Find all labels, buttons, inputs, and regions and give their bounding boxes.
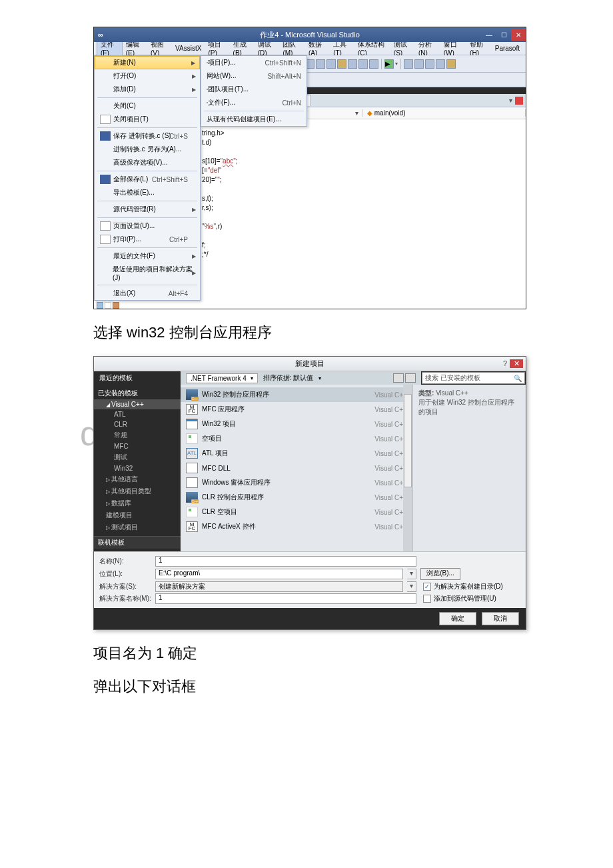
- file-menu-item[interactable]: 保存 进制转换.c (S)Ctrl+S: [95, 129, 200, 143]
- source-control-checkbox[interactable]: 添加到源代码管理(U): [423, 594, 520, 603]
- tree-other-lang[interactable]: ▷其他语言: [94, 473, 181, 485]
- recent-templates-label[interactable]: 最近的模板: [94, 371, 181, 385]
- new-submenu-item[interactable]: 团队项目(T)...: [201, 83, 306, 96]
- location-input[interactable]: E:\C program\: [155, 569, 403, 579]
- minimize-icon[interactable]: —: [482, 29, 496, 41]
- file-menu-item[interactable]: 最近使用的项目和解决方案(J)▶: [95, 263, 200, 283]
- file-menu-item[interactable]: 新建(N)▶: [95, 56, 200, 69]
- file-menu-item[interactable]: 打印(P)...Ctrl+P: [95, 233, 200, 246]
- create-directory-checkbox[interactable]: ✓ 为解决方案创建目录(D): [423, 582, 520, 591]
- template-row[interactable]: 空项目Visual C++: [181, 431, 412, 446]
- start-debug-icon[interactable]: ▶: [384, 59, 394, 69]
- template-lang: Visual C++: [354, 465, 407, 472]
- blank-icon: [100, 71, 111, 81]
- toolbar-icon-5[interactable]: [348, 59, 357, 69]
- view-list-icon[interactable]: [405, 373, 416, 383]
- tree-sub-item[interactable]: CLR: [94, 419, 181, 429]
- close-icon[interactable]: ✕: [510, 359, 523, 368]
- maximize-icon[interactable]: ☐: [496, 29, 511, 41]
- file-menu-item[interactable]: 关闭(C): [95, 99, 200, 113]
- file-menu-item[interactable]: 全部保存(L)Ctrl+Shift+S: [95, 173, 200, 186]
- search-input[interactable]: 搜索 已安装的模板 🔍: [422, 372, 525, 384]
- new-submenu-item[interactable]: 网站(W)...Shift+Alt+N: [201, 69, 306, 83]
- menu-item-3[interactable]: VAssistX: [172, 43, 205, 53]
- menu-item-label: 项目(P)...: [208, 58, 236, 67]
- tree-sub-item[interactable]: 测试: [94, 451, 181, 463]
- file-menu-item[interactable]: 高级保存选项(V)...: [95, 156, 200, 169]
- toolbar-icon-3[interactable]: [326, 59, 336, 69]
- toolbar-icon-7[interactable]: [369, 59, 378, 69]
- toolbar-icon-8[interactable]: [404, 59, 413, 69]
- blank-icon: [100, 251, 111, 261]
- menu-item-label: 保存 进制转换.c (S): [113, 131, 171, 141]
- file-menu-item[interactable]: 源代码管理(R)▶: [95, 203, 200, 216]
- template-row[interactable]: CLR 空项目Visual C++: [181, 505, 412, 519]
- file-menu-item[interactable]: 关闭项目(T): [95, 113, 200, 126]
- template-row[interactable]: MFCMFC 应用程序Visual C++: [181, 402, 412, 417]
- solution-dropdown[interactable]: 创建新解决方案: [155, 581, 403, 592]
- toolbar-icon-4[interactable]: [337, 59, 346, 69]
- toolbar-icon-9[interactable]: [414, 59, 424, 69]
- file-menu-item[interactable]: 导出模板(E)...: [95, 186, 200, 199]
- view-small-icon[interactable]: [393, 373, 404, 383]
- file-menu-item[interactable]: 进制转换.c 另存为(A)...: [95, 143, 200, 156]
- toolbar-icon-6[interactable]: [358, 59, 368, 69]
- tree-other-type[interactable]: ▷其他项目类型: [94, 485, 181, 497]
- template-row[interactable]: CLR 控制台应用程序Visual C++: [181, 490, 412, 505]
- project-name-input[interactable]: 1: [155, 556, 416, 567]
- tab-dropdown-icon[interactable]: ▾: [509, 97, 512, 104]
- file-menu-item[interactable]: 页面设置(U)...: [95, 219, 200, 233]
- cancel-button[interactable]: 取消: [482, 612, 519, 625]
- field-name-label: 名称(N):: [99, 557, 151, 566]
- code-editor[interactable]: tdio.h>tring.h>t.d) s[10]="abc";[="def"2…: [201, 119, 526, 259]
- file-menu-item[interactable]: 打开(O)▶: [95, 69, 200, 83]
- framework-dropdown[interactable]: .NET Framework 4 ▾: [186, 373, 258, 383]
- file-menu-item[interactable]: 最近的文件(F)▶: [95, 249, 200, 263]
- tree-sub-item[interactable]: ATL: [94, 409, 181, 419]
- template-row[interactable]: ATLATL 项目Visual C++: [181, 446, 412, 461]
- menu-item-label: 全部保存(L): [113, 175, 148, 184]
- template-row[interactable]: MFC DLLVisual C++: [181, 461, 412, 475]
- tree-test[interactable]: ▷测试项目: [94, 521, 181, 533]
- template-row[interactable]: Windows 窗体应用程序Visual C++: [181, 475, 412, 490]
- template-row[interactable]: Win32 控制台应用程序Visual C++: [181, 387, 412, 402]
- save-all-icon: [100, 175, 111, 184]
- solution-dropdown-arrow[interactable]: ▾: [407, 581, 416, 592]
- section-heading-2: 项目名为 1 确定: [93, 643, 520, 663]
- location-dropdown[interactable]: ▾: [407, 569, 416, 579]
- file-menu-item[interactable]: 退出(X)Alt+F4: [95, 287, 200, 300]
- close-icon[interactable]: ✕: [511, 29, 526, 41]
- toolbar-icon-11[interactable]: [436, 59, 445, 69]
- tree-modeling[interactable]: 建模项目: [94, 509, 181, 521]
- menu-separator: [97, 217, 197, 218]
- chevron-down-icon[interactable]: ▾: [318, 375, 321, 381]
- menu-item-15[interactable]: Parasoft: [492, 43, 523, 53]
- help-icon[interactable]: ?: [503, 359, 507, 368]
- tree-sub-item[interactable]: 常规: [94, 429, 181, 441]
- menu-item-label: 页面设置(U)...: [113, 221, 155, 231]
- toolbar-icon-12[interactable]: [446, 59, 456, 69]
- ok-button[interactable]: 确定: [439, 612, 476, 625]
- new-submenu-item[interactable]: 文件(F)...Ctrl+N: [201, 96, 306, 109]
- template-row[interactable]: MFCMFC ActiveX 控件Visual C++: [181, 519, 412, 534]
- tree-installed[interactable]: 已安装的模板: [94, 387, 181, 399]
- tab-close-icon[interactable]: [515, 97, 523, 105]
- scope-right[interactable]: ◆ main(void): [363, 109, 526, 117]
- template-icon: [186, 463, 198, 473]
- toolbar-icon-2[interactable]: [316, 59, 325, 69]
- new-submenu-item[interactable]: 项目(P)...Ctrl+Shift+N: [201, 56, 306, 69]
- file-menu-item[interactable]: 添加(D)▶: [95, 83, 200, 96]
- tree-sub-item[interactable]: Win32: [94, 463, 181, 473]
- scrollbar[interactable]: [403, 385, 412, 551]
- tree-vcpp[interactable]: ◢Visual C++: [94, 399, 181, 409]
- submenu-arrow-icon: ▶: [192, 87, 196, 93]
- tree-sub-item[interactable]: MFC: [94, 441, 181, 451]
- tree-online[interactable]: 联机模板: [94, 536, 181, 549]
- solution-name-input[interactable]: 1: [155, 593, 416, 604]
- browse-button[interactable]: 浏览(B)...: [420, 568, 460, 580]
- tree-database[interactable]: ▷数据库: [94, 497, 181, 509]
- new-submenu-item[interactable]: 从现有代码创建项目(E)...: [201, 113, 306, 126]
- code-line: r,s);: [202, 203, 526, 213]
- template-row[interactable]: Win32 项目Visual C++: [181, 417, 412, 431]
- toolbar-icon-10[interactable]: [425, 59, 434, 69]
